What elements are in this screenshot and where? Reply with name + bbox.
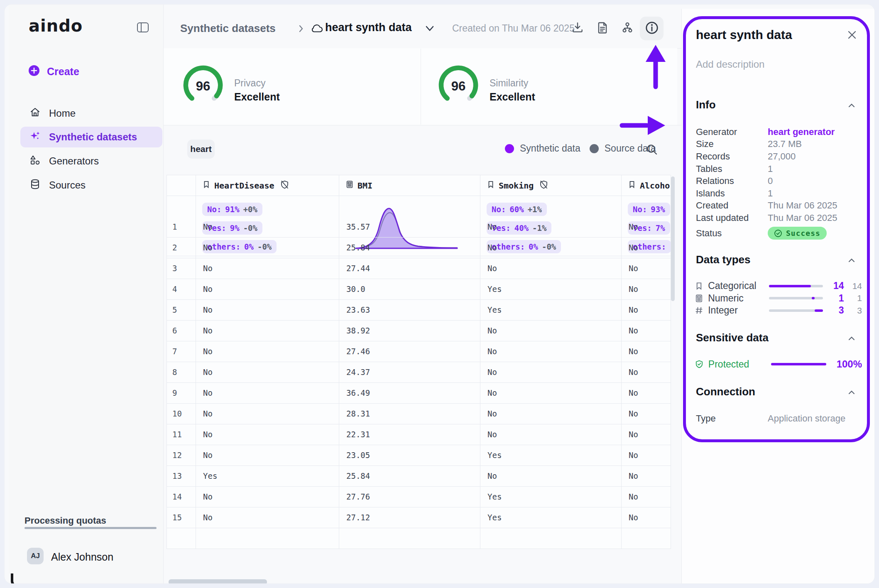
schema-icon[interactable] — [621, 21, 634, 34]
sidebar-item-synthetic-datasets[interactable]: Synthetic datasets — [20, 127, 162, 147]
search-icon[interactable] — [646, 143, 658, 156]
row-number-cell: 15 — [167, 507, 196, 528]
row-number-cell: 14 — [167, 487, 196, 507]
bookmark-icon — [202, 180, 211, 191]
info-row-status: Status Success — [696, 224, 862, 243]
breadcrumb-root[interactable]: Synthetic datasets — [180, 22, 276, 35]
close-icon[interactable] — [847, 29, 857, 40]
row-number-cell: 13 — [167, 466, 196, 487]
column-name: Alcoho — [640, 181, 670, 191]
vertical-scrollbar[interactable] — [671, 176, 675, 301]
sidebar-item-home[interactable]: Home — [20, 103, 162, 124]
generator-link[interactable]: heart generator — [768, 127, 835, 137]
table-cell: No — [480, 258, 622, 279]
chevron-up-icon[interactable] — [848, 335, 855, 339]
chevron-up-icon[interactable] — [848, 257, 855, 261]
info-row-size: Size23.7 MB — [696, 138, 862, 151]
home-icon — [29, 107, 41, 120]
section-header-connection[interactable]: Connection — [696, 385, 755, 398]
row-number-cell: 11 — [167, 424, 196, 445]
section-header-sensitive-data[interactable]: Sensitive data — [696, 331, 769, 344]
row-number-cell: 2 — [167, 238, 196, 258]
table-cell: No — [480, 383, 622, 404]
breadcrumb-chevron-icon — [299, 24, 304, 34]
create-button[interactable]: Create — [28, 64, 79, 78]
table-cell: No — [480, 238, 622, 258]
shield-off-icon[interactable] — [280, 180, 289, 191]
dataset-name[interactable]: heart synth data — [325, 21, 412, 34]
data-type-categorical: Categorical 14 14 — [695, 280, 862, 292]
sidebar-collapse-icon[interactable] — [137, 22, 149, 33]
data-type-integer: Integer 3 3 — [695, 304, 862, 317]
processing-quotas-bar — [24, 527, 157, 529]
sidebar: aindo Create Home Synthetic da — [9, 5, 164, 584]
row-number-cell: 1 — [167, 217, 196, 238]
table-cell: No — [196, 341, 339, 362]
info-row-records: Records27,000 — [696, 150, 862, 163]
privacy-label: Privacy — [234, 78, 265, 89]
table-cell — [622, 528, 671, 549]
table-cell: Yes — [480, 487, 622, 507]
section-header-info[interactable]: Info — [696, 98, 716, 111]
table-cell: No — [480, 217, 622, 238]
download-icon[interactable] — [571, 21, 584, 34]
create-button-label: Create — [47, 66, 79, 78]
column-header-alcohol[interactable]: Alcoho — [622, 175, 671, 196]
section-header-data-types[interactable]: Data types — [696, 253, 751, 266]
table-cell: No — [196, 507, 339, 528]
table-cell: Yes — [480, 300, 622, 321]
table-cell: 30.0 — [339, 279, 480, 300]
chevron-up-icon[interactable] — [848, 102, 855, 106]
column-header-bmi[interactable]: BMI — [339, 175, 480, 196]
info-row-generator: Generatorheart generator — [696, 126, 862, 138]
window-corner-mark — [11, 573, 23, 584]
table-cell: No — [622, 258, 671, 279]
legend: Synthetic dataSource data — [505, 143, 656, 154]
table-tab-heart[interactable]: heart — [187, 140, 215, 159]
plus-circle-icon — [28, 64, 40, 78]
table-cell: No — [622, 507, 671, 528]
sidebar-item-label: Synthetic datasets — [49, 131, 137, 143]
privacy-rating: Excellent — [234, 91, 280, 103]
shield-off-icon[interactable] — [539, 180, 548, 191]
dataset-caret-icon[interactable] — [425, 25, 435, 34]
row-number-cell: 3 — [167, 258, 196, 279]
shapes-icon — [29, 154, 41, 168]
user-name[interactable]: Alex Johnson — [51, 551, 113, 563]
table-cell: 28.31 — [339, 404, 480, 424]
similarity-rating: Excellent — [490, 91, 535, 103]
check-circle-icon — [774, 229, 782, 238]
bookmark-icon — [695, 282, 704, 290]
corner-header-cell — [167, 175, 196, 196]
sidebar-item-generators[interactable]: Generators — [20, 151, 162, 172]
add-description-field[interactable]: Add description — [696, 59, 764, 70]
sidebar-item-sources[interactable]: Sources — [20, 175, 162, 196]
info-row-islands: Islands1 — [696, 187, 862, 200]
table-cell — [167, 528, 196, 549]
table-cell: Yes — [480, 279, 622, 300]
row-number-cell: 12 — [167, 445, 196, 466]
info-button[interactable] — [640, 17, 664, 40]
horizontal-scrollbar[interactable] — [169, 579, 267, 584]
cloud-icon — [310, 22, 324, 36]
report-icon[interactable] — [596, 21, 609, 34]
table-cell: No — [196, 238, 339, 258]
column-header-heartdisease[interactable]: HeartDisease — [196, 175, 339, 196]
table-cell — [196, 528, 339, 549]
distribution-chip: No:91%+0% — [202, 203, 262, 216]
calculator-icon — [345, 180, 354, 191]
metrics-divider — [421, 49, 421, 125]
privacy-gauge: 96 — [181, 64, 225, 108]
table-cell: 27.76 — [339, 487, 480, 507]
column-header-smoking[interactable]: Smoking — [480, 175, 622, 196]
app-window: aindo Create Home Synthetic da — [4, 4, 875, 584]
table-cell: 23.63 — [339, 300, 480, 321]
chevron-up-icon[interactable] — [848, 389, 855, 393]
table-cell: No — [622, 487, 671, 507]
table-cell: No — [196, 217, 339, 238]
info-row-relations: Relations0 — [696, 175, 862, 187]
avatar[interactable]: AJ — [27, 548, 44, 564]
database-icon — [29, 179, 41, 192]
table-cell: 27.44 — [339, 258, 480, 279]
similarity-gauge: 96 — [437, 64, 480, 108]
